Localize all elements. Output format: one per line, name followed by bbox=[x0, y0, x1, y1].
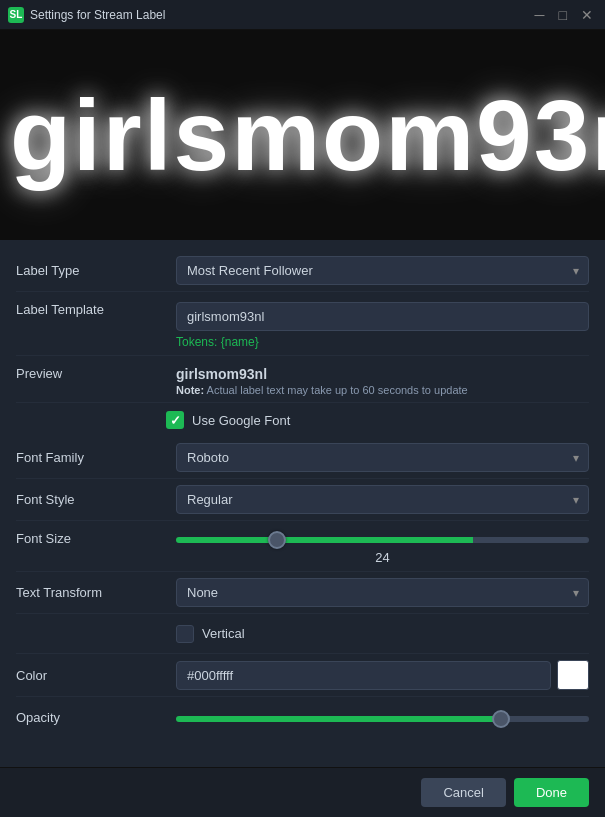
label-type-row: Label Type Most Recent Follower Most Rec… bbox=[16, 250, 589, 292]
font-family-label: Font Family bbox=[16, 450, 166, 465]
preview-note-bold: Note: bbox=[176, 384, 204, 396]
label-type-control: Most Recent Follower Most Recent Subscri… bbox=[176, 256, 589, 285]
maximize-button[interactable]: □ bbox=[555, 8, 571, 22]
color-label: Color bbox=[16, 668, 166, 683]
label-template-row: Label Template Tokens: {name} bbox=[16, 292, 589, 356]
tokens-value: {name} bbox=[221, 335, 259, 349]
font-size-value: 24 bbox=[176, 550, 589, 565]
label-template-control: Tokens: {name} bbox=[176, 302, 589, 349]
settings-form: Label Type Most Recent Follower Most Rec… bbox=[0, 240, 605, 797]
vertical-checkbox[interactable] bbox=[176, 625, 194, 643]
font-size-slider-wrapper bbox=[176, 531, 589, 546]
title-bar: SL Settings for Stream Label ─ □ ✕ bbox=[0, 0, 605, 30]
tokens-info: Tokens: {name} bbox=[176, 335, 589, 349]
preview-row: Preview girlsmom93nl Note: Actual label … bbox=[16, 356, 589, 403]
opacity-slider[interactable] bbox=[176, 716, 589, 722]
preview-note: Note: Actual label text may take up to 6… bbox=[176, 384, 589, 396]
use-google-font-row: Use Google Font bbox=[16, 403, 589, 437]
vertical-row: Vertical bbox=[16, 614, 589, 654]
preview-control: girlsmom93nl Note: Actual label text may… bbox=[176, 366, 589, 396]
font-family-control: Roboto Arial Open Sans Lato bbox=[176, 443, 589, 472]
label-template-input[interactable] bbox=[176, 302, 589, 331]
font-family-row: Font Family Roboto Arial Open Sans Lato bbox=[16, 437, 589, 479]
preview-display-text: girlsmom93nl bbox=[0, 78, 605, 193]
font-style-row: Font Style Regular Bold Italic Bold Ital… bbox=[16, 479, 589, 521]
opacity-slider-wrapper bbox=[176, 710, 589, 725]
use-google-font-label: Use Google Font bbox=[192, 413, 290, 428]
color-row: Color bbox=[16, 654, 589, 697]
label-type-label: Label Type bbox=[16, 263, 166, 278]
tokens-prefix: Tokens: bbox=[176, 335, 217, 349]
color-control bbox=[176, 660, 589, 690]
font-size-label: Font Size bbox=[16, 531, 166, 546]
vertical-label: Vertical bbox=[202, 626, 245, 641]
opacity-control bbox=[176, 710, 589, 725]
text-transform-control: None Uppercase Lowercase Capitalize bbox=[176, 578, 589, 607]
label-template-label: Label Template bbox=[16, 302, 166, 317]
stream-preview: girlsmom93nl bbox=[0, 30, 605, 240]
cancel-button[interactable]: Cancel bbox=[421, 778, 505, 807]
text-transform-select[interactable]: None Uppercase Lowercase Capitalize bbox=[176, 578, 589, 607]
font-style-select-wrapper: Regular Bold Italic Bold Italic bbox=[176, 485, 589, 514]
close-button[interactable]: ✕ bbox=[577, 8, 597, 22]
title-bar-left: SL Settings for Stream Label bbox=[8, 7, 165, 23]
preview-note-text: Actual label text may take up to 60 seco… bbox=[207, 384, 468, 396]
font-size-slider[interactable] bbox=[176, 537, 589, 543]
font-size-control: 24 bbox=[176, 531, 589, 565]
use-google-font-checkbox[interactable] bbox=[166, 411, 184, 429]
opacity-label: Opacity bbox=[16, 710, 166, 725]
text-transform-select-wrapper: None Uppercase Lowercase Capitalize bbox=[176, 578, 589, 607]
text-transform-row: Text Transform None Uppercase Lowercase … bbox=[16, 572, 589, 614]
done-button[interactable]: Done bbox=[514, 778, 589, 807]
font-size-row: Font Size 24 bbox=[16, 521, 589, 572]
font-family-select[interactable]: Roboto Arial Open Sans Lato bbox=[176, 443, 589, 472]
app-icon-label: SL bbox=[10, 9, 23, 20]
preview-label: Preview bbox=[16, 366, 166, 381]
vertical-control: Vertical bbox=[176, 625, 589, 643]
window-controls: ─ □ ✕ bbox=[531, 8, 597, 22]
color-input-group bbox=[176, 660, 589, 690]
minimize-button[interactable]: ─ bbox=[531, 8, 549, 22]
font-style-select[interactable]: Regular Bold Italic Bold Italic bbox=[176, 485, 589, 514]
color-swatch[interactable] bbox=[557, 660, 589, 690]
preview-value-text: girlsmom93nl bbox=[176, 366, 589, 382]
text-transform-label: Text Transform bbox=[16, 585, 166, 600]
window-title: Settings for Stream Label bbox=[30, 8, 165, 22]
label-type-select-wrapper: Most Recent Follower Most Recent Subscri… bbox=[176, 256, 589, 285]
font-style-label: Font Style bbox=[16, 492, 166, 507]
color-input[interactable] bbox=[176, 661, 551, 690]
app-icon: SL bbox=[8, 7, 24, 23]
opacity-row: Opacity bbox=[16, 697, 589, 737]
font-family-select-wrapper: Roboto Arial Open Sans Lato bbox=[176, 443, 589, 472]
label-type-select[interactable]: Most Recent Follower Most Recent Subscri… bbox=[176, 256, 589, 285]
font-style-control: Regular Bold Italic Bold Italic bbox=[176, 485, 589, 514]
bottom-bar: Cancel Done bbox=[0, 767, 605, 817]
